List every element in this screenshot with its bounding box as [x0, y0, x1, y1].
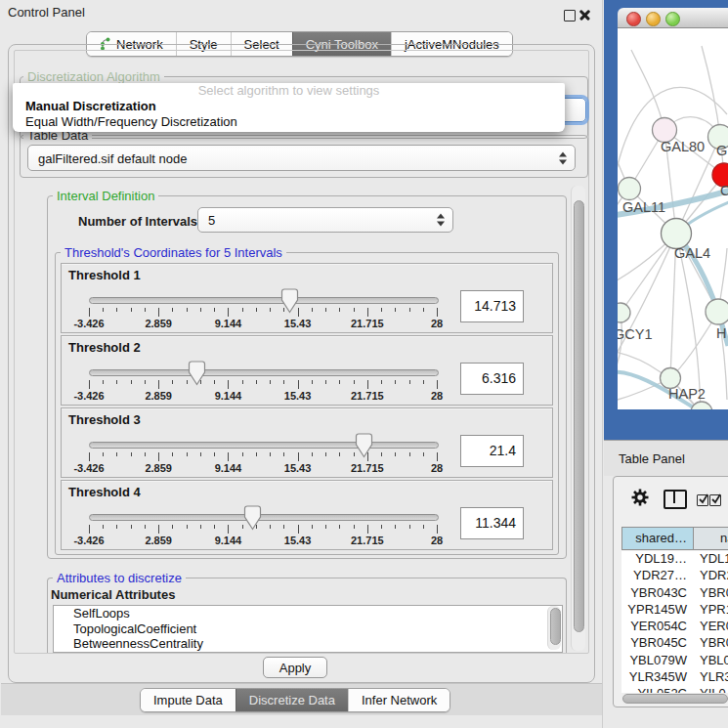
threshold-3-slider-handle[interactable] — [355, 433, 373, 458]
table-horizontal-scrollbar[interactable] — [621, 693, 728, 704]
settings-scrollbar-thumb[interactable] — [574, 200, 584, 632]
network-node-gal11[interactable] — [619, 178, 641, 200]
column-header-name[interactable]: na — [694, 527, 728, 550]
numerical-attributes-list[interactable]: SelfLoopsTopologicalCoefficientBetweenne… — [53, 605, 563, 653]
panel-divider — [602, 0, 603, 728]
algorithm-option-manual-discretization[interactable]: Manual Discretization — [13, 99, 565, 114]
tick-mark — [367, 308, 368, 317]
tick-mark — [298, 380, 299, 389]
tab-infer-network[interactable]: Infer Network — [348, 689, 450, 711]
node-label-gal4: GAL4 — [674, 245, 710, 261]
close-traffic-light-icon[interactable] — [626, 12, 641, 26]
node-label-gal80: GAL80 — [661, 139, 705, 154]
table-row[interactable]: YBR043CYBR0 — [621, 585, 728, 602]
tick-mark — [116, 525, 117, 529]
tick-mark — [228, 308, 229, 317]
tick-mark — [367, 380, 368, 389]
cell-shared-name: YPR145W — [621, 602, 694, 619]
table-row[interactable]: YIL052CYIL0 — [621, 686, 728, 693]
network-node-gcy1[interactable] — [618, 303, 630, 322]
tick-mark — [270, 380, 271, 384]
discretization-algorithm-group-title: Discretization Algorithm — [23, 69, 164, 84]
tick-mark — [131, 380, 132, 384]
network-graph[interactable]: GAL80GCGAL11GAL4GCY1HHAP2 — [618, 28, 728, 409]
tick-mark — [381, 525, 382, 529]
attributes-list-scrollbar[interactable] — [547, 606, 561, 650]
threshold-3-slider-track[interactable] — [89, 442, 439, 449]
tick-mark — [437, 308, 438, 317]
tick-mark — [437, 525, 438, 534]
threshold-3-value-field[interactable]: 21.4 — [460, 435, 524, 467]
table-panel: shared… na YDL19…YDL1YDR27…YDR2YBR043CYB… — [613, 476, 728, 707]
tick-mark — [423, 380, 424, 384]
tick-mark — [339, 452, 340, 456]
node-label-hap2: HAP2 — [668, 386, 706, 402]
threshold-1-slider-handle[interactable] — [280, 288, 299, 314]
threshold-4-value-field[interactable]: 11.344 — [460, 507, 524, 539]
tick-mark — [187, 452, 188, 456]
threshold-1-slider-track[interactable] — [89, 297, 439, 304]
tick-label: 21.715 — [351, 462, 384, 474]
tab-label-discretize-data: Discretize Data — [249, 693, 335, 707]
threshold-2-value-field[interactable]: 6.316 — [460, 363, 524, 395]
threshold-2-slider-track[interactable] — [89, 369, 439, 376]
cell-name: YBR0 — [694, 635, 728, 652]
network-node[interactable] — [691, 402, 712, 409]
threshold-2-slider-handle[interactable] — [188, 361, 206, 386]
node-label-h: H — [716, 325, 726, 341]
number-of-intervals-combo[interactable]: 5 — [197, 207, 453, 233]
attribute-item-selfloops[interactable]: SelfLoops — [54, 606, 562, 621]
tick-mark — [158, 452, 159, 461]
tab-discretize-data[interactable]: Discretize Data — [236, 689, 348, 711]
tick-mark — [214, 308, 215, 312]
threshold-1-value-field[interactable]: 14.713 — [460, 290, 524, 322]
tick-mark — [187, 308, 188, 312]
threshold-4-slider-track[interactable] — [89, 514, 439, 521]
table-row[interactable]: YPR145WYPR1 — [621, 602, 728, 619]
cell-shared-name: YBR043C — [621, 585, 694, 602]
tick-mark — [158, 525, 159, 534]
close-icon[interactable] — [578, 9, 591, 21]
tick-mark — [228, 525, 229, 534]
table-row[interactable]: YER054CYER0 — [621, 619, 728, 635]
settings-vertical-scrollbar[interactable] — [571, 186, 585, 651]
float-window-icon[interactable] — [564, 10, 576, 21]
tick-label: -3.426 — [73, 462, 104, 474]
tick-mark — [145, 452, 146, 456]
minimize-traffic-light-icon[interactable] — [646, 12, 661, 26]
network-window-titlebar[interactable] — [618, 8, 728, 28]
table-panel-titlebar: Table Panel — [604, 440, 728, 476]
threshold-4-slider-handle[interactable] — [243, 505, 262, 531]
split-table-icon[interactable] — [664, 490, 687, 509]
tick-mark — [381, 308, 382, 312]
attribute-item-topologicalcoefficient[interactable]: TopologicalCoefficient — [54, 621, 562, 637]
table-data-combo[interactable]: galFiltered.sif default node — [27, 145, 576, 171]
network-canvas[interactable]: GAL80GCGAL11GAL4GCY1HHAP2 — [618, 28, 728, 409]
apply-button[interactable]: Apply — [263, 657, 327, 678]
column-header-shared-name[interactable]: shared… — [621, 527, 694, 550]
attribute-item-betweennesscentrality[interactable]: BetweennessCentrality — [54, 636, 562, 652]
zoom-traffic-light-icon[interactable] — [665, 12, 680, 26]
tab-impute-data[interactable]: Impute Data — [141, 689, 236, 711]
tick-label: 15.43 — [284, 462, 312, 474]
table-row[interactable]: YDL19…YDL1 — [621, 551, 728, 568]
algorithm-popup-hint: Select algorithm to view settings — [13, 83, 565, 99]
table-scrollbar-thumb[interactable] — [622, 694, 728, 704]
control-panel-title: Control Panel — [8, 5, 85, 20]
settings-gear-icon[interactable] — [631, 489, 649, 506]
table-row[interactable]: YLR345WYLR3 — [621, 669, 728, 686]
network-node-h[interactable] — [706, 299, 728, 324]
checked-checkbox-icon[interactable] — [697, 494, 708, 506]
table-row[interactable]: YBR045CYBR0 — [621, 635, 728, 652]
table-row[interactable]: YDR27…YDR2 — [621, 568, 728, 584]
network-view-window[interactable]: GAL80GCGAL11GAL4GCY1HHAP2 — [618, 8, 728, 409]
checked-checkbox-icon[interactable] — [709, 494, 721, 506]
threshold-4-panel: Threshold 4-3.4262.8599.14415.4321.71528… — [61, 480, 553, 550]
threshold-3-label: Threshold 3 — [68, 412, 141, 427]
network-node-gal4[interactable] — [662, 219, 692, 249]
attributes-list-scrollbar-thumb[interactable] — [550, 608, 561, 645]
table-row[interactable]: YBL079WYBL0 — [621, 653, 728, 669]
numerical-attributes-label: Numerical Attributes — [51, 587, 175, 602]
algorithm-option-equal-width-frequency-discretization[interactable]: Equal Width/Frequency Discretization — [13, 114, 565, 130]
tick-mark — [172, 308, 173, 312]
